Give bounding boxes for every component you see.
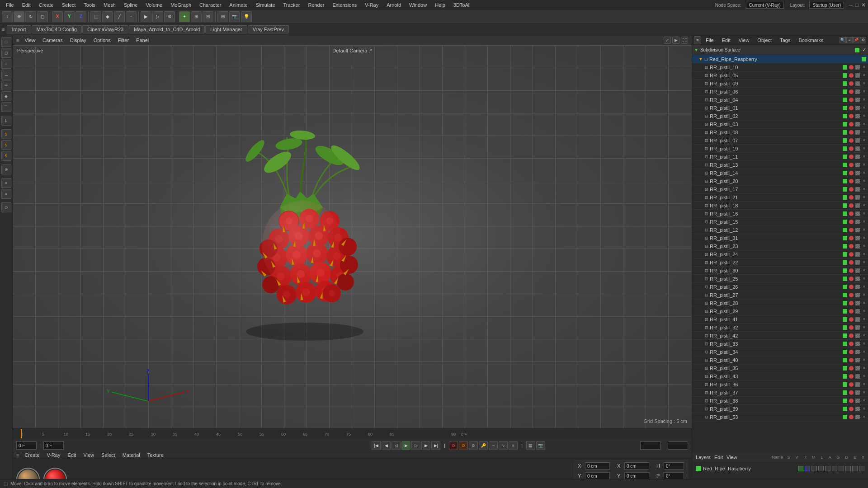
rp-object-btn[interactable]: Object [754, 37, 775, 44]
tree-row-23[interactable]: ⊡ RR_pistil_24 ✕ [692, 250, 868, 258]
motion-path-btn[interactable]: ～ [489, 441, 498, 450]
lt-select-btn[interactable]: ◻ [1, 48, 11, 58]
lt-layer2-btn[interactable]: ≡ [1, 189, 11, 199]
tree-row-24[interactable]: ⊡ RR_pistil_22 ✕ [692, 258, 868, 267]
record-mode-btn[interactable]: ⊙ [449, 441, 458, 450]
tree-row-9[interactable]: ⊡ RR_pistil_07 ✕ [692, 136, 868, 145]
vp-fit-btn[interactable]: ⤢ [664, 37, 671, 44]
rp-hamburger-btn[interactable]: ≡ [694, 36, 701, 44]
rp-filter-btn[interactable]: ≡ [846, 37, 853, 43]
menu-character[interactable]: Character [196, 1, 225, 9]
coord-x-input[interactable] [585, 462, 610, 469]
tree-row-7[interactable]: ⊡ RR_pistil_03 ✕ [692, 120, 868, 128]
layers-edit-btn[interactable]: Edit [714, 455, 723, 460]
menu-tracker[interactable]: Tracker [280, 1, 304, 9]
coord-x2-input[interactable] [624, 462, 649, 469]
menu-3dtoall[interactable]: 3DToAll [450, 1, 474, 9]
vp-filter-menu[interactable]: Filter [116, 38, 131, 43]
go-end-btn[interactable]: ▶| [431, 441, 440, 450]
lt-brush-btn[interactable]: ○ [1, 59, 11, 69]
tb-scale-btn[interactable]: ⊕ [14, 11, 24, 22]
vp-fullscreen-btn[interactable]: ⛶ [681, 37, 688, 44]
rp-settings-btn[interactable]: ⚙ [860, 37, 866, 43]
menu-mesh[interactable]: Mesh [100, 1, 119, 9]
tree-row-32[interactable]: ⊡ RR_pistil_32 ✕ [692, 324, 868, 332]
lt-object-btn[interactable]: □ [1, 37, 11, 47]
end-frame-input[interactable]: 90 F [640, 441, 660, 450]
tb-move-btn[interactable]: ↕ [2, 11, 13, 22]
tb-snap-btn[interactable]: ✦ [179, 11, 190, 22]
window-close-btn[interactable]: ✕ [861, 2, 866, 8]
lt-knife-btn[interactable]: ⚊ [1, 70, 11, 80]
end-frame2-input[interactable]: 90 F [668, 441, 688, 450]
tb-snap2-btn[interactable]: ⊞ [191, 11, 202, 22]
mat-material-menu[interactable]: Material [121, 452, 142, 458]
fcurve-btn[interactable]: ∿ [499, 441, 508, 450]
tree-row-1[interactable]: ⊡ RR_pistil_05 ✕ [692, 71, 868, 80]
window-max-btn[interactable]: □ [855, 2, 859, 8]
tree-row-31[interactable]: ⊡ RR_pistil_41 ✕ [692, 315, 868, 324]
mat-vray-menu[interactable]: V-Ray [45, 452, 62, 458]
prev-key-btn[interactable]: ◁ [392, 441, 401, 450]
tree-row-3[interactable]: ⊡ RR_pistil_06 ✕ [692, 88, 868, 96]
go-start-btn[interactable]: |◀ [372, 441, 381, 450]
tb-render-settings-btn[interactable]: ⚙ [164, 11, 175, 22]
menu-tools[interactable]: Tools [80, 1, 99, 9]
tree-row-21[interactable]: ⊡ RR_pistil_31 ✕ [692, 234, 868, 242]
tree-row-40[interactable]: ⊡ RR_pistil_37 ✕ [692, 389, 868, 397]
tree-row-0[interactable]: ⊡ RR_pistil_10 ✕ [692, 63, 868, 71]
layer-a-toggle[interactable] [832, 466, 837, 471]
tree-row-13[interactable]: ⊡ RR_pistil_14 ✕ [692, 169, 868, 177]
rp-view-btn[interactable]: View [735, 37, 753, 44]
record-btn[interactable]: ⊙ [469, 441, 478, 450]
tree-row-22[interactable]: ⊡ RR_pistil_23 ✕ [692, 242, 868, 250]
tree-row-42[interactable]: ⊡ RR_pistil_39 ✕ [692, 405, 868, 413]
tree-row-41[interactable]: ⊡ RR_pistil_38 ✕ [692, 397, 868, 405]
coord-p-input[interactable] [664, 472, 684, 479]
tree-row-37[interactable]: ⊡ RR_pistil_35 ✕ [692, 364, 868, 372]
mat-edit-menu[interactable]: Edit [66, 452, 78, 458]
layer-s-toggle[interactable] [798, 466, 803, 471]
node-space-value[interactable]: Current (V-Ray) [746, 2, 784, 9]
layer-r-toggle[interactable] [811, 466, 817, 471]
rp-tags-btn[interactable]: Tags [776, 37, 794, 44]
window-min-btn[interactable]: ─ [849, 2, 853, 8]
rp-file-btn[interactable]: File [702, 37, 717, 44]
layer-m-toggle[interactable] [818, 466, 824, 471]
viewport-main[interactable]: Perspective Default Camera :* [13, 45, 692, 428]
layout-value[interactable]: Startup (User) [809, 2, 844, 9]
tree-row-11[interactable]: ⊡ RR_pistil_11 ✕ [692, 153, 868, 161]
rp-search-btn[interactable]: 🔍 [840, 37, 846, 43]
tree-row-30[interactable]: ⊡ RR_pistil_29 ✕ [692, 307, 868, 315]
key-mode-btn[interactable]: 🔑 [479, 441, 488, 450]
tree-row-18[interactable]: ⊡ RR_pistil_16 ✕ [692, 210, 868, 218]
tree-row-39[interactable]: ⊡ RR_pistil_36 ✕ [692, 380, 868, 389]
layer-g-toggle[interactable] [839, 466, 844, 471]
tree-row-27[interactable]: ⊡ RR_pistil_26 ✕ [692, 283, 868, 291]
timeline-btn[interactable]: ≡ [509, 441, 518, 450]
menu-render[interactable]: Render [304, 1, 328, 9]
tree-row-34[interactable]: ⊡ RR_pistil_33 ✕ [692, 340, 868, 348]
layer-v-toggle[interactable] [805, 466, 810, 471]
lt-arch-btn[interactable]: ⌒ [1, 102, 11, 112]
menu-edit[interactable]: Edit [19, 1, 34, 9]
layer-e-toggle[interactable] [852, 466, 858, 471]
lt-spline-btn[interactable]: L [1, 116, 11, 126]
tree-row-28[interactable]: ⊡ RR_pistil_27 ✕ [692, 291, 868, 299]
tb-x-btn[interactable]: X [52, 11, 63, 22]
rp-edit-btn[interactable]: Edit [718, 37, 734, 44]
mode-fastprev[interactable]: Vray FastPrev [248, 25, 289, 33]
layer-d-toggle[interactable] [845, 466, 851, 471]
layer-item-0[interactable]: Red_Ripe_Raspberry [696, 464, 864, 473]
mat-texture-menu[interactable]: Texture [146, 452, 165, 458]
tree-row-29[interactable]: ⊡ RR_pistil_28 ✕ [692, 299, 868, 307]
mat-create-menu[interactable]: Create [23, 452, 41, 458]
menu-animate[interactable]: Animate [226, 1, 251, 9]
layers-view-btn[interactable]: View [726, 455, 737, 460]
rp-bookmarks-btn[interactable]: Bookmarks [795, 37, 827, 44]
vp-panel-menu[interactable]: Panel [134, 38, 151, 43]
tree-row-20[interactable]: ⊡ RR_pistil_12 ✕ [692, 226, 868, 234]
coord-y2-input[interactable] [624, 472, 649, 479]
motion-clip-btn[interactable]: ▤ [526, 441, 535, 450]
tb-edge-btn[interactable]: ╱ [114, 11, 125, 22]
